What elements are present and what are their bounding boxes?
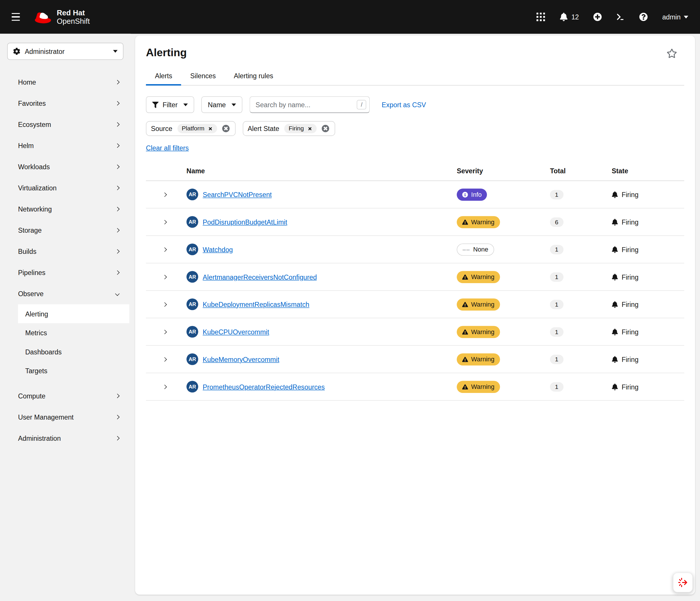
lightspeed-assistant-button[interactable] — [673, 573, 693, 592]
chevron-right-icon — [115, 186, 120, 190]
search-input[interactable] — [250, 96, 370, 113]
alert-name-link[interactable]: PrometheusOperatorRejectedResources — [203, 383, 325, 390]
alert-state: Firing — [612, 273, 684, 281]
chevron-right-icon — [115, 207, 120, 211]
chevron-right-icon — [115, 101, 120, 105]
search-shortcut-hint: / — [357, 100, 367, 109]
user-menu-button[interactable]: admin — [662, 13, 689, 21]
clear-all-filters-link[interactable]: Clear all filters — [146, 144, 189, 152]
bell-icon — [612, 301, 618, 308]
favorite-page-button[interactable] — [666, 47, 678, 59]
expand-row-button[interactable] — [159, 189, 170, 200]
chevron-right-icon — [162, 275, 167, 279]
lightspeed-icon — [677, 577, 689, 588]
filter-chip-group-source: Source Platform — [146, 121, 235, 136]
chevron-right-icon — [115, 122, 120, 127]
bell-icon — [612, 356, 618, 363]
search-attribute-dropdown[interactable]: Name — [202, 96, 243, 113]
chevron-down-icon — [115, 291, 120, 296]
nav-toggle-button[interactable] — [8, 9, 24, 25]
sidebar-item-home[interactable]: Home — [0, 72, 130, 93]
sidebar-item-observe[interactable]: Observe — [0, 283, 130, 304]
sidebar-item-targets[interactable]: Targets — [18, 361, 129, 380]
sidebar-item-alerting[interactable]: Alerting — [18, 304, 129, 323]
sidebar-item-metrics[interactable]: Metrics — [18, 323, 129, 342]
sidebar-item-administration[interactable]: Administration — [0, 428, 130, 449]
remove-chip-group-button[interactable] — [222, 125, 230, 132]
severity-badge: Warning — [457, 326, 500, 338]
brand-line1: Red Hat — [57, 8, 90, 17]
alert-state: Firing — [612, 355, 684, 363]
tab-silences[interactable]: Silences — [181, 67, 225, 85]
alert-name-link[interactable]: Watchdog — [203, 245, 233, 253]
sidebar-item-compute[interactable]: Compute — [0, 385, 130, 407]
chevron-right-icon — [162, 192, 167, 197]
terminal-button[interactable] — [616, 12, 625, 21]
close-circle-icon — [222, 125, 230, 132]
expand-row-button[interactable] — [159, 244, 170, 255]
sidebar-item-pipelines[interactable]: Pipelines — [0, 262, 130, 283]
chevron-right-icon — [115, 270, 120, 275]
total-badge: 1 — [550, 327, 564, 337]
alert-state: Firing — [612, 328, 684, 336]
alert-name-link[interactable]: KubeMemoryOvercommit — [203, 355, 279, 363]
sidebar-item-dashboards[interactable]: Dashboards — [18, 342, 129, 361]
quick-create-button[interactable] — [593, 12, 602, 21]
bell-icon — [612, 328, 618, 335]
chevron-right-icon — [162, 357, 167, 361]
grid-icon — [537, 12, 546, 21]
alert-state: Firing — [612, 245, 684, 253]
app-launcher-button[interactable] — [537, 12, 546, 21]
alert-rule-badge: AR — [186, 271, 198, 283]
alert-rule-badge: AR — [186, 381, 198, 392]
export-csv-link[interactable]: Export as CSV — [382, 101, 426, 108]
perspective-switcher[interactable]: Administrator — [7, 43, 124, 60]
redhat-logo-icon — [32, 9, 52, 24]
alert-name-link[interactable]: SearchPVCNotPresent — [203, 191, 272, 198]
expand-row-button[interactable] — [159, 299, 170, 310]
expand-row-button[interactable] — [159, 326, 170, 337]
remove-chip-button[interactable] — [307, 126, 312, 131]
sidebar-item-workloads[interactable]: Workloads — [0, 156, 130, 177]
sidebar-item-networking[interactable]: Networking — [0, 199, 130, 220]
sidebar-item-favorites[interactable]: Favorites — [0, 93, 130, 114]
sidebar-item-ecosystem[interactable]: Ecosystem — [0, 114, 130, 135]
remove-chip-button[interactable] — [208, 126, 212, 131]
expand-row-button[interactable] — [159, 382, 170, 392]
expand-row-button[interactable] — [159, 271, 170, 282]
warning-triangle-icon — [462, 357, 468, 362]
sidebar-item-user-management[interactable]: User Management — [0, 407, 130, 428]
tab-alerts[interactable]: Alerts — [146, 67, 181, 85]
help-button[interactable] — [639, 12, 648, 21]
expand-row-button[interactable] — [159, 217, 170, 227]
chevron-right-icon — [162, 330, 167, 334]
sidebar: Administrator Home Favorites Ecosystem H… — [0, 34, 130, 601]
sidebar-item-storage[interactable]: Storage — [0, 220, 130, 241]
info-icon — [462, 191, 468, 197]
chevron-right-icon — [115, 143, 120, 148]
chevron-right-icon — [115, 80, 120, 84]
column-header-name[interactable]: Name — [186, 167, 457, 175]
table-row: AR Watchdog –– None 1 Firing — [146, 236, 684, 263]
expand-row-button[interactable] — [159, 354, 170, 365]
alert-name-link[interactable]: PodDisruptionBudgetAtLimit — [203, 218, 287, 226]
alert-name-link[interactable]: AlertmanagerReceiversNotConfigured — [203, 273, 317, 281]
remove-chip-group-button[interactable] — [322, 125, 329, 132]
brand[interactable]: Red Hat OpenShift — [32, 8, 90, 26]
sidebar-item-virtualization[interactable]: Virtualization — [0, 177, 130, 199]
close-circle-icon — [322, 125, 329, 132]
column-header-severity[interactable]: Severity — [457, 167, 550, 175]
warning-triangle-icon — [462, 219, 468, 225]
sidebar-item-builds[interactable]: Builds — [0, 241, 130, 262]
filter-dropdown-button[interactable]: Filter — [146, 96, 194, 113]
column-header-state[interactable]: State — [612, 167, 684, 175]
total-badge: 6 — [550, 217, 564, 227]
table-row: AR SearchPVCNotPresent Info 1 Firing — [146, 181, 684, 208]
tab-alerting-rules[interactable]: Alerting rules — [225, 67, 282, 85]
alert-name-link[interactable]: KubeDeploymentReplicasMismatch — [203, 300, 309, 308]
notifications-button[interactable]: 12 — [560, 12, 579, 21]
warning-triangle-icon — [462, 384, 468, 389]
column-header-total[interactable]: Total — [550, 167, 612, 175]
sidebar-item-helm[interactable]: Helm — [0, 135, 130, 156]
alert-name-link[interactable]: KubeCPUOvercommit — [203, 328, 269, 336]
